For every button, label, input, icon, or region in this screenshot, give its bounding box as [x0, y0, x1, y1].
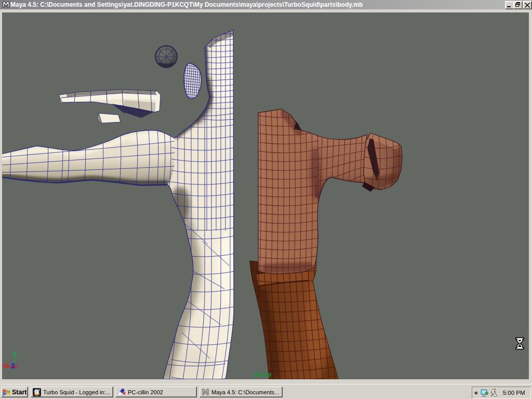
- svg-text:x: x: [3, 362, 6, 369]
- svg-text:persp: persp: [254, 371, 271, 378]
- svg-text:z: z: [11, 361, 15, 370]
